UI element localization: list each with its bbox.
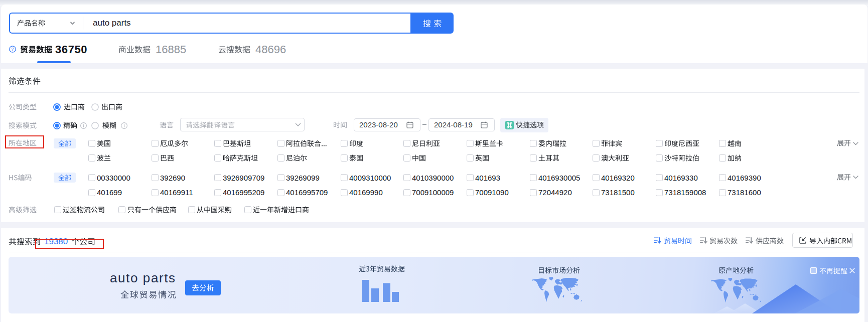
svg-text:?: ? bbox=[11, 47, 14, 52]
